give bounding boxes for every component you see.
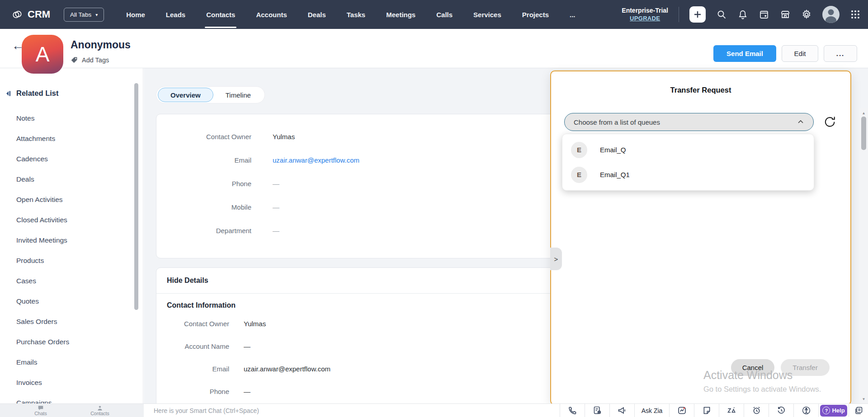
queue-option-email-q1[interactable]: E Email_Q1 (562, 162, 814, 187)
tab-overview[interactable]: Overview (158, 88, 213, 102)
contact-avatar[interactable]: A (22, 35, 63, 74)
sidebar-item-sales-orders[interactable]: Sales Orders (16, 311, 69, 332)
email-link[interactable]: uzair.anwar@expertflow.com (273, 156, 359, 164)
edit-button[interactable]: Edit (782, 45, 818, 62)
nav-item-calls[interactable]: Calls (426, 0, 463, 29)
sidebar-item-quotes[interactable]: Quotes (16, 291, 69, 311)
nav-item-more[interactable]: ... (559, 0, 586, 29)
page-scrollbar[interactable]: ▲ ▼ (859, 108, 868, 403)
megaphone-icon (618, 408, 623, 413)
nav-item-projects[interactable]: Projects (512, 0, 559, 29)
request-doc-button[interactable] (585, 404, 609, 417)
sticky-note-icon (704, 408, 709, 414)
nav-item-deals[interactable]: Deals (297, 0, 336, 29)
phone-call-button[interactable] (560, 404, 585, 417)
field-value: — (244, 342, 250, 350)
view-tabs: Overview Timeline (156, 86, 265, 103)
hide-details-label: Hide Details (167, 276, 208, 285)
tab-timeline[interactable]: Timeline (213, 88, 263, 102)
nav-item-services[interactable]: Services (463, 0, 512, 29)
zia-insights-button[interactable] (669, 404, 694, 417)
more-actions-button[interactable]: ... (824, 45, 857, 62)
field-value: — (273, 203, 279, 211)
sidebar-item-invoices[interactable]: Invoices (16, 372, 69, 393)
refresh-icon[interactable] (823, 115, 837, 129)
scrollbar-thumb[interactable] (861, 117, 866, 150)
settings-gear-icon[interactable] (801, 9, 812, 20)
accessibility-button[interactable] (793, 404, 818, 417)
sidebar-item-cadences[interactable]: Cadences (16, 149, 69, 169)
announcement-button[interactable] (609, 404, 634, 417)
marketplace-icon[interactable] (780, 9, 791, 20)
queue-option-email-q[interactable]: E Email_Q (562, 137, 814, 162)
field-label: Contact Owner (156, 320, 229, 328)
related-list-sidebar: Related List Notes Attachments Cadences … (0, 68, 143, 403)
email-link[interactable]: uzair.anwar@expertflow.com (244, 365, 330, 373)
chat-tray: Chats Contacts (0, 404, 144, 417)
sidebar-item-invited-meetings[interactable]: Invited Meetings (16, 230, 69, 250)
queue-name: Email_Q (600, 146, 626, 154)
sidebar-item-deals[interactable]: Deals (16, 169, 69, 189)
calendar-icon[interactable] (759, 9, 769, 20)
app-grid-icon[interactable] (850, 9, 861, 20)
caret-down-icon: ▾ (95, 12, 98, 17)
sidebar-item-closed-activities[interactable]: Closed Activities (16, 210, 69, 230)
nav-item-leads[interactable]: Leads (156, 0, 196, 29)
upgrade-link[interactable]: UPGRADE (622, 15, 668, 22)
chats-tray-button[interactable]: Chats (34, 405, 47, 416)
sidebar-item-purchase-orders[interactable]: Purchase Orders (16, 332, 69, 352)
sidebar-item-products[interactable]: Products (16, 250, 69, 271)
search-icon[interactable] (716, 9, 727, 20)
all-tabs-dropdown[interactable]: All Tabs ▾ (64, 8, 104, 22)
nav-item-contacts[interactable]: Contacts (196, 0, 245, 29)
nav-item-home[interactable]: Home (116, 0, 156, 29)
all-tabs-label: All Tabs (70, 11, 91, 18)
field-label: Email (156, 156, 251, 164)
user-avatar[interactable] (822, 6, 840, 23)
sidebar-scrollbar-thumb[interactable] (134, 83, 138, 310)
scroll-down-arrow[interactable]: ▼ (859, 397, 868, 401)
sidebar-item-notes[interactable]: Notes (16, 108, 69, 128)
send-email-button[interactable]: Send Email (713, 45, 776, 62)
sidebar-item-attachments[interactable]: Attachments (16, 128, 69, 149)
question-mark-icon: ? (822, 407, 830, 414)
queue-avatar: E (571, 167, 587, 183)
crm-logo[interactable]: CRM (12, 9, 50, 20)
contacts-label: Contacts (90, 411, 109, 416)
sidebar-collapse-icon[interactable] (5, 90, 12, 97)
sidebar-item-emails[interactable]: Emails (16, 352, 69, 372)
zoho-rings-logo-icon (12, 9, 23, 20)
nav-menu: Home Leads Contacts Accounts Deals Tasks… (116, 0, 585, 29)
notes-button[interactable] (694, 404, 719, 417)
smart-chat-input[interactable] (144, 404, 560, 417)
sidebar-item-open-activities[interactable]: Open Activities (16, 189, 69, 210)
contact-avatar-letter: A (36, 42, 50, 66)
related-list-items: Notes Attachments Cadences Deals Open Ac… (16, 108, 69, 403)
ask-zia-button[interactable]: Ask Zia (634, 404, 669, 417)
sidebar-item-cases[interactable]: Cases (16, 271, 69, 291)
activate-windows-watermark: Activate Windows (703, 369, 793, 382)
nav-item-tasks[interactable]: Tasks (336, 0, 376, 29)
queue-avatar: E (571, 142, 587, 158)
history-button[interactable] (769, 404, 793, 417)
reminder-button[interactable] (744, 404, 769, 417)
field-value: — (273, 180, 279, 187)
sidebar-item-campaigns[interactable]: Campaigns (16, 393, 69, 403)
queue-dropdown[interactable]: Choose from a list of queues (564, 113, 814, 131)
add-tags-label: Add Tags (82, 56, 109, 64)
help-button[interactable]: ? Help (820, 405, 847, 417)
zia-sketch-button[interactable] (719, 404, 744, 417)
scroll-up-arrow[interactable]: ▲ (859, 111, 868, 115)
notifications-bell-icon[interactable] (737, 9, 748, 20)
person-icon (97, 405, 103, 411)
zia-sketch-icon (728, 408, 731, 412)
add-tags-button[interactable]: Add Tags (71, 56, 109, 64)
feedback-button[interactable] (849, 404, 868, 417)
nav-item-meetings[interactable]: Meetings (376, 0, 426, 29)
help-cell: ? Help (818, 404, 849, 417)
nav-item-accounts[interactable]: Accounts (245, 0, 297, 29)
panel-collapse-handle[interactable]: > (550, 248, 562, 270)
contacts-tray-button[interactable]: Contacts (90, 405, 109, 416)
panel-title: Transfer Request (551, 86, 850, 94)
quick-create-button[interactable] (689, 6, 706, 23)
